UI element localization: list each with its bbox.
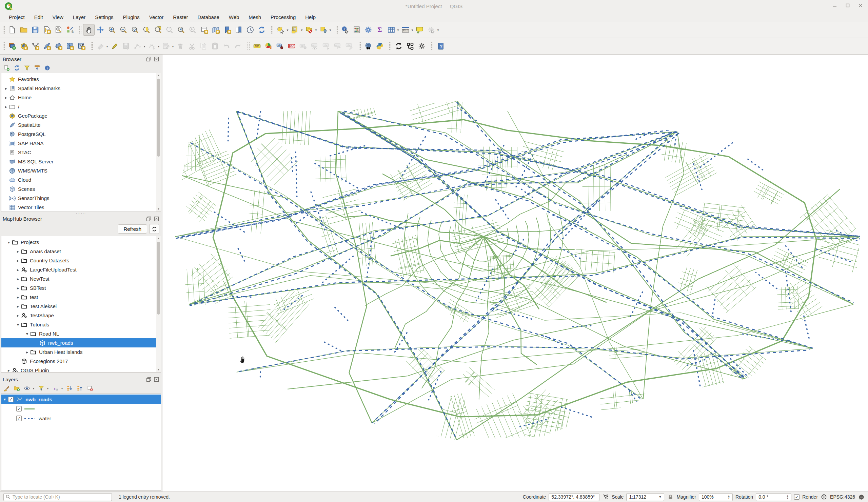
- zoom-in-button[interactable]: [106, 24, 118, 35]
- open-project-button[interactable]: [18, 24, 30, 35]
- remove-layer-button[interactable]: [85, 384, 94, 392]
- add-group-button[interactable]: [12, 384, 21, 392]
- menu-raster[interactable]: Raster: [169, 13, 192, 21]
- new-map-view-button[interactable]: [198, 24, 210, 35]
- menu-web[interactable]: Web: [225, 13, 244, 21]
- toggle-label-display-button[interactable]: ab: [297, 40, 309, 52]
- menu-view[interactable]: View: [49, 13, 68, 21]
- current-edits-button[interactable]: [95, 40, 106, 52]
- move-label-button[interactable]: abc: [320, 40, 332, 52]
- tree-item-wms-wmts[interactable]: WMS/WMTS: [1, 166, 161, 175]
- panel-splitter[interactable]: ······: [0, 373, 162, 375]
- maphub-structure-button[interactable]: [404, 40, 416, 52]
- style-manager-button[interactable]: a: [64, 24, 76, 35]
- identify-features-button[interactable]: i: [339, 24, 351, 35]
- toolbar-handle[interactable]: [2, 25, 5, 34]
- collapse-all-layers-button[interactable]: [75, 384, 84, 392]
- crs-status[interactable]: EPSG:4326: [830, 494, 855, 500]
- python-console-button[interactable]: [374, 40, 385, 52]
- tree-item-spatial-bookmarks[interactable]: ▸Spatial Bookmarks: [1, 84, 161, 93]
- tree-item-favorites[interactable]: Favorites: [1, 75, 161, 84]
- panel-splitter[interactable]: ······: [0, 212, 162, 214]
- locator-input[interactable]: [12, 494, 110, 500]
- menu-plugins[interactable]: Plugins: [119, 13, 144, 21]
- nominatim-geocoder-button[interactable]: [425, 24, 437, 35]
- browser-close-button[interactable]: [154, 56, 159, 62]
- tree-item-largefileuploadtest[interactable]: ▸LargeFileUploadTest: [1, 265, 161, 274]
- manage-map-themes-dropdown[interactable]: ▾: [32, 386, 35, 390]
- collapse-all-button[interactable]: [32, 64, 41, 72]
- pin-unpin-labels-button[interactable]: ab: [274, 40, 286, 52]
- zoom-last-button[interactable]: [175, 24, 187, 35]
- tree-item-urban-heat-islands[interactable]: ▸Urban Heat Islands: [1, 347, 161, 357]
- tree-item-ecoregions-2017[interactable]: Ecoregions 2017: [1, 357, 161, 366]
- menu-vector[interactable]: Vector: [145, 13, 168, 21]
- menu-database[interactable]: Database: [194, 13, 224, 21]
- select-features-button[interactable]: [275, 24, 287, 35]
- expand-arrow[interactable]: ▸: [15, 304, 21, 309]
- filter-by-expression-dropdown[interactable]: ▾: [60, 386, 64, 390]
- save-layer-edits-button[interactable]: [120, 40, 132, 52]
- expand-arrow[interactable]: ▸: [15, 313, 21, 318]
- filter-by-expression-button[interactable]: ε: [51, 384, 60, 392]
- show-hide-labels-button[interactable]: abc: [309, 40, 320, 52]
- maximize-button[interactable]: [845, 3, 850, 8]
- new-project-button[interactable]: [7, 24, 18, 35]
- expand-arrow[interactable]: ▸: [15, 258, 21, 263]
- pan-map-button[interactable]: [83, 24, 95, 35]
- toolbar-handle[interactable]: [79, 25, 82, 34]
- tree-item-country-datasets[interactable]: ▸Country Datasets: [1, 256, 161, 265]
- add-selected-layers-button[interactable]: [2, 64, 11, 72]
- new-shapefile-layer-button[interactable]: [30, 40, 41, 52]
- delete-selected-button[interactable]: [175, 40, 186, 52]
- tree-item-home[interactable]: ▸Home: [1, 93, 161, 102]
- new-spatialite-layer-button[interactable]: [41, 40, 53, 52]
- tree-item-test[interactable]: ▸test: [1, 293, 161, 302]
- change-label-properties-button[interactable]: abc: [343, 40, 355, 52]
- tree-item-vector-tiles[interactable]: Vector Tiles: [1, 203, 161, 212]
- visibility-checkbox[interactable]: ✓: [16, 416, 22, 421]
- maphub-refresh-button[interactable]: Refresh: [118, 224, 147, 233]
- zoom-native-resolution-button[interactable]: 1:1: [164, 24, 175, 35]
- expand-arrow[interactable]: ▾: [1, 397, 8, 402]
- visibility-checkbox[interactable]: ✓: [16, 406, 22, 411]
- metasearch-button[interactable]: [362, 40, 374, 52]
- digitize-with-segment-button[interactable]: [132, 40, 143, 52]
- maphub-settings-button[interactable]: [416, 40, 427, 52]
- modify-attributes-button[interactable]: [161, 40, 172, 52]
- refresh-browser-button[interactable]: [12, 64, 21, 72]
- open-attribute-table-button[interactable]: [385, 24, 397, 35]
- new-virtual-layer-button[interactable]: [53, 40, 64, 52]
- tree-item-sap-hana[interactable]: SAP HANA: [1, 139, 161, 148]
- vertical-scrollbar[interactable]: ▲▼: [156, 236, 161, 372]
- menu-processing[interactable]: Processing: [267, 13, 300, 21]
- scale-dropdown-arrow[interactable]: ▼: [656, 495, 662, 499]
- tree-item-geopackage[interactable]: GeoPackage: [1, 111, 161, 120]
- maphub-close-button[interactable]: [154, 216, 159, 222]
- toolbar-handle[interactable]: [91, 42, 93, 51]
- tree-item-sbtest[interactable]: ▸SBTest: [1, 283, 161, 293]
- tree-item-projects[interactable]: ▾Projects: [1, 238, 161, 247]
- expand-arrow[interactable]: ▸: [3, 95, 9, 100]
- measure-line-button[interactable]: [400, 24, 411, 35]
- menu-layer[interactable]: Layer: [69, 13, 90, 21]
- tree-item-qgis-plugin[interactable]: ▸QGIS Plugin: [1, 366, 161, 373]
- menu-edit[interactable]: Edit: [30, 13, 47, 21]
- maphub-float-button[interactable]: [146, 216, 152, 222]
- expand-arrow[interactable]: ▸: [6, 368, 11, 373]
- layer-diagram-options-button[interactable]: [263, 40, 274, 52]
- paste-features-button[interactable]: [209, 40, 221, 52]
- zoom-to-selection-button[interactable]: [141, 24, 152, 35]
- tree-item-ana-s-dataset[interactable]: ▸Anaïs dataset: [1, 247, 161, 256]
- tree-item-cloud[interactable]: Cloud: [1, 175, 161, 185]
- field-calculator-button[interactable]: [351, 24, 362, 35]
- rotation-spinbox[interactable]: 0.0 ° ▲▼: [756, 493, 792, 501]
- deselect-features-button[interactable]: [303, 24, 315, 35]
- new-gpx-layer-button[interactable]: [76, 40, 87, 52]
- new-geopackage-layer-button[interactable]: [18, 40, 30, 52]
- extent-toggle-icon[interactable]: [602, 493, 609, 500]
- layer-item-nwb_roads[interactable]: ▾✓nwb_roads: [1, 395, 161, 404]
- tree-item-scenes[interactable]: Scenes: [1, 185, 161, 194]
- highlight-pinned-labels-button[interactable]: abc: [286, 40, 297, 52]
- undo-button[interactable]: [221, 40, 232, 52]
